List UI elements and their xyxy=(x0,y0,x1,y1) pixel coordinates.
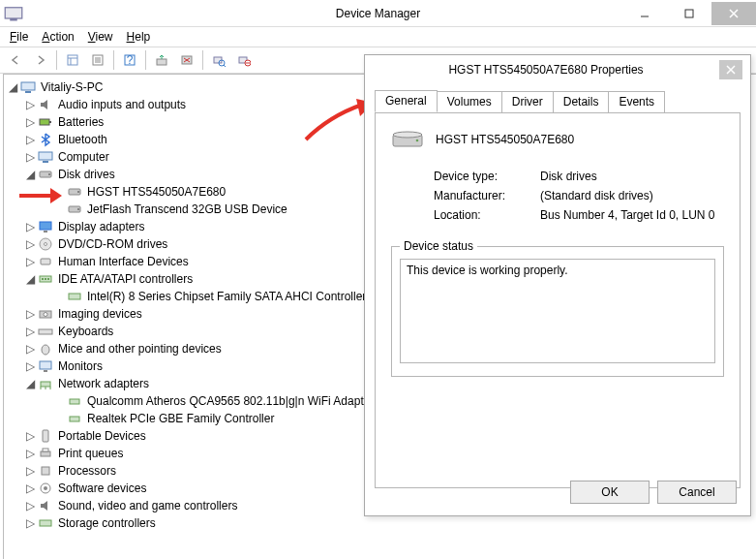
expand-icon[interactable]: ▷ xyxy=(23,150,37,164)
tree-label: Vitaliy-S-PC xyxy=(39,80,105,94)
tree-label: JetFlash Transcend 32GB USB Device xyxy=(85,202,289,216)
menu-bar: File Action View Help xyxy=(0,27,756,47)
menu-help[interactable]: Help xyxy=(121,28,157,46)
expand-icon[interactable]: ◢ xyxy=(23,377,37,390)
ok-button[interactable]: OK xyxy=(570,481,650,504)
menu-file[interactable]: File xyxy=(4,28,34,46)
expand-icon[interactable]: ◢ xyxy=(6,80,19,94)
disable-button[interactable] xyxy=(232,49,256,71)
expand-icon[interactable]: ◢ xyxy=(23,168,37,181)
back-button[interactable] xyxy=(4,49,27,71)
tree-label: Keyboards xyxy=(56,325,115,338)
expand-icon[interactable]: ▷ xyxy=(23,307,37,321)
svg-point-50 xyxy=(42,345,49,355)
device-status-group: Device status xyxy=(391,239,724,377)
expand-icon[interactable]: ▷ xyxy=(23,255,37,268)
svg-rect-38 xyxy=(44,231,47,233)
device-status-text[interactable] xyxy=(400,259,715,363)
update-driver-button[interactable] xyxy=(150,49,173,71)
maximize-button[interactable] xyxy=(667,2,711,25)
tab-details[interactable]: Details xyxy=(553,91,610,112)
disk-icon xyxy=(67,184,82,200)
svg-point-36 xyxy=(77,208,79,210)
minimize-button[interactable] xyxy=(622,2,667,25)
svg-rect-51 xyxy=(40,361,51,369)
tree-label: Monitors xyxy=(56,359,105,373)
svg-point-70 xyxy=(416,140,419,142)
expand-icon[interactable]: ▷ xyxy=(23,325,37,338)
menu-view[interactable]: View xyxy=(82,28,119,46)
dialog-title-bar[interactable]: HGST HTS545050A7E680 Properties xyxy=(365,55,750,84)
tree-label: Audio inputs and outputs xyxy=(56,98,188,111)
expand-icon[interactable]: ▷ xyxy=(23,220,37,233)
svg-rect-28 xyxy=(49,121,51,123)
tree-label: Print queues xyxy=(56,447,125,460)
svg-rect-37 xyxy=(40,222,51,230)
computer-icon xyxy=(20,79,36,95)
expand-icon[interactable]: ▷ xyxy=(23,359,37,373)
tree-label: Processors xyxy=(56,464,118,478)
hid-icon xyxy=(38,254,53,269)
window-title: Device Manager xyxy=(336,7,420,20)
dialog-close-button[interactable] xyxy=(719,60,742,79)
network-icon xyxy=(38,376,53,391)
tree-category-storage[interactable]: ▷Storage controllers xyxy=(6,514,754,532)
tab-general[interactable]: General xyxy=(375,90,438,112)
tree-label: Portable Devices xyxy=(56,429,148,443)
expand-icon[interactable]: ▷ xyxy=(23,429,37,443)
expand-icon[interactable]: ▷ xyxy=(23,98,37,111)
tab-driver[interactable]: Driver xyxy=(501,91,554,112)
svg-rect-3 xyxy=(685,10,693,17)
expand-icon[interactable]: ▷ xyxy=(23,237,37,251)
tree-label: DVD/CD-ROM drives xyxy=(56,237,169,251)
display-icon xyxy=(38,219,53,234)
expand-icon[interactable]: ▷ xyxy=(23,115,37,129)
svg-rect-29 xyxy=(39,152,52,160)
show-hide-button[interactable] xyxy=(61,49,84,71)
svg-rect-59 xyxy=(43,430,48,442)
portable-icon xyxy=(38,428,53,444)
expand-icon[interactable]: ▷ xyxy=(23,481,37,495)
expand-icon[interactable]: ▷ xyxy=(23,516,37,530)
menu-action[interactable]: Action xyxy=(36,28,79,46)
tab-volumes[interactable]: Volumes xyxy=(437,91,502,112)
ide-icon xyxy=(38,271,53,287)
uninstall-button[interactable] xyxy=(175,49,198,71)
svg-rect-15 xyxy=(157,59,166,65)
properties-dialog: HGST HTS545050A7E680 Properties General … xyxy=(364,54,751,516)
value-device-type: Disk drives xyxy=(540,170,597,183)
svg-rect-62 xyxy=(42,467,49,475)
monitor-icon xyxy=(38,358,53,374)
expand-icon[interactable]: ◢ xyxy=(23,272,37,286)
forward-button[interactable] xyxy=(29,49,52,71)
battery-icon xyxy=(38,114,53,130)
tab-events[interactable]: Events xyxy=(608,91,665,112)
expand-icon[interactable]: ▷ xyxy=(23,133,37,146)
label-location: Location: xyxy=(434,208,540,222)
label-device-type: Device type: xyxy=(434,170,540,183)
svg-rect-43 xyxy=(42,278,44,280)
expand-icon[interactable]: ▷ xyxy=(23,464,37,478)
software-icon xyxy=(38,481,53,496)
expand-icon[interactable]: ▷ xyxy=(23,447,37,460)
help-toolbar-button[interactable]: ? xyxy=(118,49,141,71)
svg-rect-0 xyxy=(5,7,22,17)
close-button[interactable] xyxy=(711,2,756,25)
svg-rect-61 xyxy=(43,449,48,451)
tree-label: Mice and other pointing devices xyxy=(56,342,224,356)
properties-toolbar-button[interactable] xyxy=(86,49,109,71)
svg-rect-30 xyxy=(43,161,48,163)
expand-icon[interactable]: ▷ xyxy=(23,499,37,512)
cancel-button[interactable]: Cancel xyxy=(657,481,737,504)
svg-rect-49 xyxy=(39,329,52,334)
svg-rect-52 xyxy=(44,370,47,372)
tree-label: IDE ATA/ATAPI controllers xyxy=(56,272,195,286)
expand-icon[interactable]: ▷ xyxy=(23,342,37,356)
svg-rect-46 xyxy=(69,294,80,299)
svg-rect-58 xyxy=(70,417,79,421)
network-icon xyxy=(67,393,82,409)
scan-hardware-button[interactable] xyxy=(207,49,230,71)
svg-text:?: ? xyxy=(127,53,134,67)
svg-rect-26 xyxy=(25,91,31,93)
tree-label: Computer xyxy=(56,150,111,164)
